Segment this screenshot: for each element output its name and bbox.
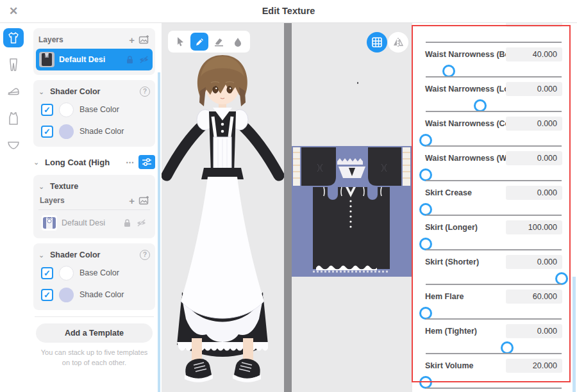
long-coat-title: Long Coat (High [45,158,122,167]
slider-value-field[interactable]: 0.000 [506,255,562,269]
character-viewport[interactable] [162,23,284,392]
chevron-down-icon[interactable]: ⌄ [38,183,46,191]
layer-row-default-design-coat[interactable]: Default Desi [38,212,150,234]
base-color-swatch[interactable] [59,266,74,281]
shade-color-checkbox[interactable]: ✓ [41,126,53,138]
shade-color-row: ✓ Shade Color [38,284,150,306]
layer-thumbnail [42,215,57,231]
shade-color-row: ✓ Shade Color [38,120,150,142]
help-icon[interactable]: ? [140,86,150,97]
slider-track[interactable] [426,215,562,216]
slider-value-field[interactable] [506,23,562,27]
slider-track[interactable] [426,353,562,354]
add-image-layer-icon[interactable] [138,195,150,206]
tops-layers-section: Layers + Default Desi [33,28,155,75]
slider-track[interactable] [426,388,562,389]
slider-track[interactable] [426,42,562,43]
divider [35,316,154,317]
template-hint-text: You can stack up to five templates on to… [33,348,155,368]
slider-value-field[interactable]: 100.000 [506,220,562,234]
edit-texture-window: ✕ Edit Texture [0,0,577,392]
visibility-off-icon[interactable] [136,218,147,227]
rail-underwear-button[interactable] [3,136,24,155]
shade-color-swatch[interactable] [59,288,74,302]
slider-track[interactable] [426,76,562,78]
category-rail [0,23,27,392]
slider-track[interactable] [426,318,562,320]
slider-track[interactable] [426,145,562,147]
layer-row-default-design-tops[interactable]: Default Desi [36,49,153,70]
base-color-checkbox[interactable]: ✓ [41,104,53,116]
slider-value-field[interactable]: 0.000 [506,117,562,131]
add-layer-icon[interactable]: + [129,35,135,45]
more-menu-icon[interactable]: ⋯ [126,158,135,167]
add-image-layer-icon[interactable] [138,35,150,45]
slider-row: Hem (Tighter) 0.000 [425,324,562,359]
long-coat-header[interactable]: ⌄ Long Coat (High ⋯ [33,153,155,171]
shade-color-swatch[interactable] [59,124,74,139]
layers-panel: Layers + Default Desi [27,23,162,392]
left-shoe [185,359,213,382]
base-color-checkbox[interactable]: ✓ [41,267,53,279]
shader-color-title: Shader Color [50,87,136,96]
paint-toolbar [168,31,250,53]
texture-canvas[interactable] [292,23,412,392]
shade-color-checkbox[interactable]: ✓ [41,289,53,301]
rail-shoes-button[interactable] [3,82,24,101]
add-layer-icon[interactable]: + [129,195,135,206]
grid-toggle-button[interactable] [367,32,387,53]
add-template-button[interactable]: Add a Template [36,323,153,343]
slider-row: Waist Narrowness (Lower Back) 0.000 [425,82,562,117]
slider-value-field[interactable]: 0.000 [506,186,562,200]
window-scrollbar[interactable] [573,277,576,392]
shader-color-section-coat: ⌄ Shader Color ? ✓ Base Color ✓ Shade Co… [33,243,155,310]
visibility-off-icon[interactable] [138,55,149,64]
titlebar: ✕ Edit Texture [0,0,577,23]
pen-icon [195,37,205,47]
help-icon[interactable]: ? [140,250,150,260]
base-color-row: ✓ Base Color [38,262,150,284]
chevron-down-icon[interactable]: ⌄ [38,88,46,96]
coat-settings-button[interactable] [138,155,155,169]
cursor-tool-button[interactable] [171,33,189,51]
base-color-swatch[interactable] [59,102,74,117]
slider-track[interactable] [426,284,562,285]
slider-value-field[interactable]: 60.000 [506,290,562,304]
pen-tool-button[interactable] [190,33,208,51]
slider-track[interactable] [426,180,562,181]
shade-color-label: Shade Color [79,290,124,299]
slider-value-field[interactable]: 20.000 [506,359,562,373]
mirror-toggle-button[interactable] [388,32,408,53]
slider-value-field[interactable]: 0.000 [506,151,562,165]
slider-value-field[interactable]: 0.000 [506,324,562,338]
slider-row [425,23,562,47]
sliders-icon [142,158,152,167]
shade-color-label: Shade Color [79,127,124,136]
layers-label: Layers [38,35,125,44]
tops-icon [6,31,21,44]
texture-title: Texture [50,182,150,191]
blur-tool-button[interactable] [229,33,247,51]
rail-tops-button[interactable] [3,28,24,47]
eraser-tool-button[interactable] [210,33,228,51]
slider-value-field[interactable]: 40.000 [506,47,562,61]
lock-icon[interactable] [123,218,131,227]
rail-innerwear-button[interactable] [3,109,24,128]
layer-name: Default Desi [62,218,119,227]
page-title: Edit Texture [0,6,577,16]
slider-label: Skirt Volume [425,361,473,370]
chevron-down-icon[interactable]: ⌄ [38,251,46,259]
left-panel-scrollbar[interactable] [158,72,160,392]
slider-row: Skirt (Longer) 100.000 [425,220,562,255]
slider-label: Skirt (Longer) [425,223,478,232]
rail-bottoms-button[interactable] [3,55,24,74]
slider-track[interactable] [426,249,562,250]
slider-track[interactable] [426,111,562,112]
grid-icon [372,37,382,47]
viewport-divider[interactable] [284,23,292,392]
mirror-icon [392,37,404,47]
slider-value-field[interactable]: 0.000 [506,82,562,96]
lock-icon[interactable] [126,55,134,64]
slider-label: Hem Flare [425,292,464,301]
slider-label: Skirt Crease [425,188,472,197]
